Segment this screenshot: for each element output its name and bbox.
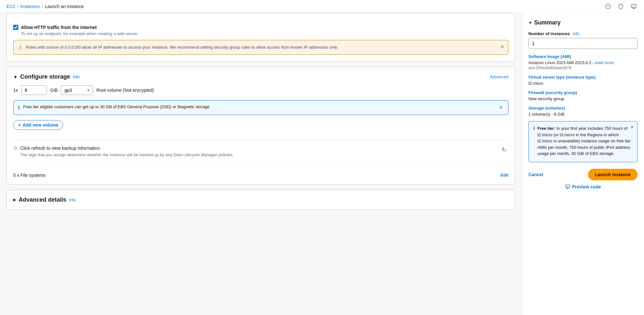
instances-field-label: Number of instances Info xyxy=(528,31,638,36)
main-layout: Allow HTTP traffic from the internet To … xyxy=(0,13,644,315)
storage-advanced-link[interactable]: Advanced xyxy=(490,74,508,79)
instances-link[interactable]: Instances xyxy=(20,4,40,9)
storage-config-row: 1x GiB gp3 gp2 io1 io2 sc1 st1 standard … xyxy=(13,85,508,95)
breadcrumb-sep-2: › xyxy=(42,4,43,9)
filesystems-divider xyxy=(13,163,508,164)
free-tier-close-button[interactable]: ✕ xyxy=(630,125,634,130)
shield-nav-icon[interactable] xyxy=(617,3,625,10)
volume-label: Root volume (Not encrypted) xyxy=(96,88,154,93)
warning-text: Rules with source of 0.0.0.0/0 allow all… xyxy=(26,44,504,51)
nav-icons xyxy=(604,3,638,10)
instances-info-link[interactable]: Info xyxy=(573,32,579,36)
add-volume-button[interactable]: + Add new volume xyxy=(13,120,63,130)
info-banner-icon: ℹ xyxy=(18,105,20,110)
storage-info-link[interactable]: Info xyxy=(73,74,80,79)
storage-summary-value: 1 volume(s) - 8 GiB xyxy=(528,112,638,117)
advanced-collapse-arrow: ▶ xyxy=(13,197,16,202)
bottom-buttons: Cancel Launch instance xyxy=(528,169,638,180)
advanced-details-toggle[interactable]: ▶ Advanced details Info xyxy=(13,196,508,203)
storage-unit: GiB xyxy=(50,88,58,93)
ec2-link[interactable]: EC2 xyxy=(6,4,15,9)
backup-desc: The tags that you assign determine wheth… xyxy=(20,152,234,158)
preview-code-icon xyxy=(565,184,570,189)
backup-title: Click refresh to view backup information xyxy=(20,146,234,151)
storage-divider xyxy=(13,140,508,140)
instance-type-title: Virtual server type (instance type) xyxy=(528,75,638,80)
http-checkbox-row: Allow HTTP traffic from the internet xyxy=(13,25,508,30)
svg-rect-7 xyxy=(565,185,570,188)
firewall-value: New security group xyxy=(528,96,638,101)
storage-title-row: ▼ Configure storage Info xyxy=(13,73,80,80)
backup-info: ⏱ Click refresh to view backup informati… xyxy=(13,146,497,158)
http-checkbox-label[interactable]: Allow HTTP traffic from the internet xyxy=(21,25,97,30)
free-tier-text: Free tier: In your first year includes 7… xyxy=(537,125,633,157)
breadcrumb: EC2 › Instances › Launch an instance xyxy=(6,4,84,9)
instances-input[interactable] xyxy=(528,38,638,49)
advanced-details-card: ▶ Advanced details Info xyxy=(6,190,515,210)
ami-read-more-link[interactable]: read more xyxy=(595,60,614,65)
storage-size-input[interactable] xyxy=(21,85,47,95)
filesystems-row: 0 x File systems Edit xyxy=(13,169,508,178)
backup-row: ⏱ Click refresh to view backup informati… xyxy=(13,146,508,158)
cancel-button[interactable]: Cancel xyxy=(528,169,543,180)
ami-section-value: Amazon Linux 2023 AMI 2023.6.2...read mo… xyxy=(528,60,638,70)
preview-code-button[interactable]: Preview code xyxy=(565,184,601,189)
free-tier-header: ℹ Free tier: In your first year includes… xyxy=(533,125,633,157)
ami-section-title: Software Image (AMI) xyxy=(528,54,638,59)
preview-code-row: Preview code xyxy=(528,184,638,189)
ami-id: ami-055e3d4f0bbeb5878 xyxy=(528,66,638,70)
info-banner-close-button[interactable]: ✕ xyxy=(498,104,504,111)
preview-code-label: Preview code xyxy=(572,184,601,189)
right-panel: Summary Number of instances Info Softwar… xyxy=(522,13,644,315)
http-traffic-card: Allow HTTP traffic from the internet To … xyxy=(6,13,515,62)
volume-type-select[interactable]: gp3 gp2 io1 io2 sc1 st1 standard xyxy=(61,85,93,95)
filesystems-edit-link[interactable]: Edit xyxy=(500,173,508,177)
info-banner-text: Free tier eligible customers can get up … xyxy=(23,104,495,109)
instance-type-value: t2.micro xyxy=(528,81,638,86)
info-nav-icon[interactable] xyxy=(604,3,612,10)
free-tier-box: ✕ ℹ Free tier: In your first year includ… xyxy=(528,121,638,162)
configure-storage-card: ▼ Configure storage Info Advanced 1x GiB… xyxy=(6,67,515,185)
backup-clock-icon: ⏱ xyxy=(13,146,18,151)
storage-section-header: ▼ Configure storage Info Advanced xyxy=(13,73,508,80)
left-panel: Allow HTTP traffic from the internet To … xyxy=(0,13,522,315)
collapse-storage-toggle[interactable]: ▼ xyxy=(13,74,18,80)
terminal-nav-icon[interactable] xyxy=(630,3,638,10)
storage-summary-title: Storage (volumes) xyxy=(528,106,638,110)
summary-title: Summary xyxy=(528,19,638,26)
warning-box: ⚠ Rules with source of 0.0.0.0/0 allow a… xyxy=(13,40,508,55)
advanced-details-title: Advanced details xyxy=(19,196,66,203)
add-volume-label: Add new volume xyxy=(23,122,58,128)
warning-icon: ⚠ xyxy=(18,44,23,51)
free-tier-label: Free tier: xyxy=(537,126,555,131)
free-tier-info-banner: ℹ Free tier eligible customers can get u… xyxy=(13,100,508,115)
http-checkbox[interactable] xyxy=(13,25,18,30)
top-nav: EC2 › Instances › Launch an instance xyxy=(0,0,644,13)
http-checkbox-desc: To set up an endpoint, for example when … xyxy=(21,31,508,36)
svg-rect-3 xyxy=(631,4,636,8)
refresh-backup-button[interactable]: ↻ xyxy=(500,146,508,154)
breadcrumb-current: Launch an instance xyxy=(45,4,84,9)
storage-multiplier: 1x xyxy=(13,88,18,93)
advanced-details-info-link[interactable]: Info xyxy=(69,197,76,202)
breadcrumb-sep-1: › xyxy=(17,4,18,9)
add-volume-plus-icon: + xyxy=(18,122,21,128)
filesystems-text: 0 x File systems xyxy=(13,173,45,178)
warning-close-button[interactable]: ✕ xyxy=(500,43,505,50)
backup-text: Click refresh to view backup information… xyxy=(20,146,234,158)
launch-instance-button[interactable]: Launch instance xyxy=(588,169,638,180)
storage-section-title: Configure storage xyxy=(20,73,70,80)
firewall-title: Firewall (security group) xyxy=(528,90,638,95)
free-tier-info-icon: ℹ xyxy=(533,126,535,131)
volume-type-select-wrapper: gp3 gp2 io1 io2 sc1 st1 standard xyxy=(61,85,93,95)
